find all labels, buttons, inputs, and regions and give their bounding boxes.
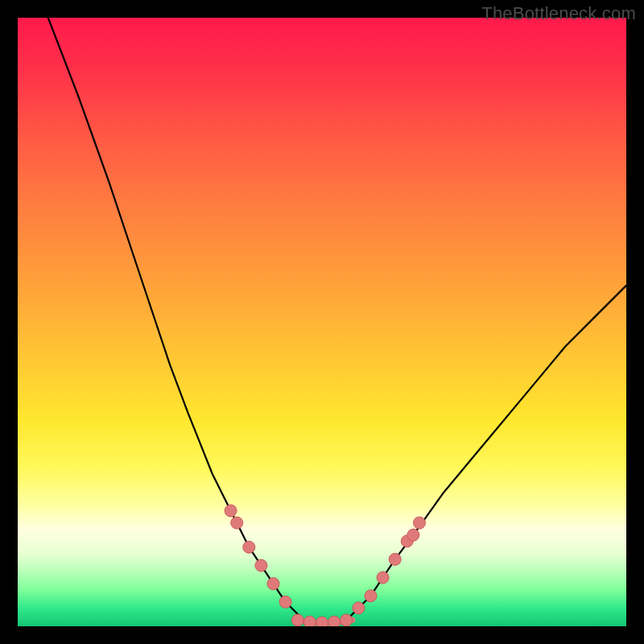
data-marker (316, 617, 328, 626)
plot-area (18, 18, 626, 626)
data-marker (291, 614, 303, 626)
series-right-curve (346, 286, 626, 621)
data-marker (303, 616, 316, 626)
data-marker (377, 572, 389, 584)
chart-svg (18, 18, 626, 626)
data-marker (243, 541, 255, 553)
data-marker (365, 590, 377, 602)
data-marker (267, 578, 279, 590)
data-marker (414, 517, 426, 529)
data-marker (231, 517, 243, 529)
data-marker (389, 553, 401, 565)
series-group (48, 18, 626, 623)
chart-frame: TheBottleneck.com (0, 0, 644, 644)
data-marker (353, 602, 365, 614)
data-marker (328, 616, 341, 626)
data-marker (255, 559, 267, 572)
data-marker (279, 596, 291, 608)
data-marker (407, 529, 419, 541)
series-left-curve (48, 18, 304, 620)
watermark-text: TheBottleneck.com (481, 3, 636, 24)
data-marker (225, 505, 237, 517)
marker-group (225, 505, 425, 626)
data-marker (341, 614, 353, 626)
